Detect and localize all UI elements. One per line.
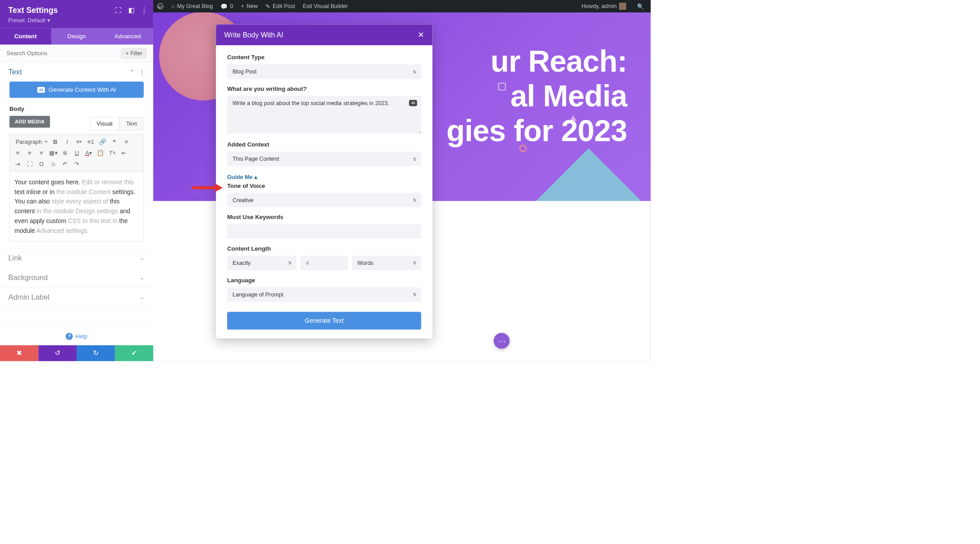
align-left-icon[interactable]: ≡ [121,137,131,147]
outdent-icon[interactable]: ⇤ [119,148,130,158]
generate-text-button[interactable]: Generate Text [227,312,421,330]
body-label: Body [9,106,143,112]
section-text-header[interactable]: Text ⌃⋮ [0,62,153,81]
fab-button[interactable]: ⋯ [494,333,510,349]
expand-icon[interactable]: ⛶ [115,7,122,14]
filter-button[interactable]: +Filter [121,48,147,58]
layout-icon[interactable]: ◧ [128,7,135,14]
settings-tabs: Content Design Advanced [0,28,153,45]
avatar [619,3,626,10]
undo-action-button[interactable]: ↺ [38,345,77,361]
chevron-down-icon: ⌄ [139,274,145,281]
section-more-icon[interactable]: ⋮ [139,69,145,75]
site-link[interactable]: ⌂My Great Blog [167,0,217,12]
chevron-down-icon: ⌄ [139,293,145,301]
search-icon[interactable]: 🔍 [633,0,648,12]
length-unit-select[interactable]: Words [352,256,421,270]
editor-toolbar: Paragraph B I ≡• ≡1 🔗 ❝ ≡ ≡ ≡ ≡ ▦▾ S U A… [9,134,143,172]
modal-title: Write Body With AI [224,31,283,39]
language-label: Language [227,277,421,284]
guide-me-toggle[interactable]: Guide Me▴ [227,174,257,180]
tab-design[interactable]: Design [51,28,102,45]
italic-icon[interactable]: I [62,137,72,147]
undo-icon[interactable]: ↶ [60,159,70,169]
strike-icon[interactable]: S [60,148,70,158]
hero-title: ur Reach: al Media gies for 2023 [446,45,627,149]
table-icon[interactable]: ▦▾ [48,148,58,158]
cancel-button[interactable]: ✖ [0,345,38,361]
paragraph-select[interactable]: Paragraph [13,137,49,146]
tab-content[interactable]: Content [0,28,51,45]
chevron-up-icon: ▴ [254,174,257,180]
redo-icon[interactable]: ↷ [72,159,82,169]
align-right-icon[interactable]: ≡ [24,148,35,158]
howdy-menu[interactable]: Howdy, admin [578,0,630,12]
redo-action-button[interactable]: ↻ [77,345,115,361]
ol-icon[interactable]: ≡1 [86,137,96,147]
align-center-icon[interactable]: ≡ [13,148,23,158]
fullscreen-icon[interactable]: ⛶ [24,159,35,169]
close-icon[interactable]: ✕ [418,30,425,40]
keywords-input[interactable] [227,224,421,239]
content-type-label: Content Type [227,54,421,61]
language-select[interactable]: Language of Prompt [227,287,421,302]
save-button[interactable]: ✔ [115,345,153,361]
special-char-icon[interactable]: Ω [37,159,47,169]
length-number-input[interactable] [301,256,348,270]
about-label: What are you writing about? [227,85,421,92]
chevron-up-icon: ⌃ [130,69,134,75]
body-editor[interactable]: Your content goes here. Edit or remove t… [9,172,143,242]
help-link[interactable]: ?Help [0,327,153,345]
editor-tab-text[interactable]: Text [119,117,144,130]
tone-select[interactable]: Creative [227,193,421,207]
content-type-select[interactable]: Blog Post [227,65,421,79]
settings-panel: Text Settings Preset: Default ▾ ⛶ ◧ ⋮ Co… [0,0,153,361]
paste-icon[interactable]: 📋 [95,148,106,158]
textcolor-icon[interactable]: A▾ [84,148,94,158]
editor-tab-visual[interactable]: Visual [90,117,119,130]
wp-admin-bar: ⌂My Great Blog 💬0 +New ✎Edit Post Exit V… [153,0,651,12]
exit-builder-link[interactable]: Exit Visual Builder [299,0,352,12]
length-label: Content Length [227,245,421,252]
context-select[interactable]: This Page Content [227,152,421,166]
preset-select[interactable]: Preset: Default ▾ [8,17,145,24]
align-justify-icon[interactable]: ≡ [37,148,47,158]
indent-icon[interactable]: ⇥ [13,159,23,169]
underline-icon[interactable]: U [72,148,82,158]
search-bar: +Filter [0,45,153,62]
ai-chip-icon[interactable]: AI [409,100,417,106]
about-textarea[interactable] [227,96,421,134]
keywords-label: Must Use Keywords [227,214,421,220]
emoji-icon[interactable]: ☺ [48,159,58,169]
new-link[interactable]: +New [237,0,261,12]
ul-icon[interactable]: ≡• [74,137,84,147]
bold-icon[interactable]: B [50,137,61,147]
ai-modal: Write Body With AI ✕ Content Type Blog P… [216,24,433,338]
panel-header: Text Settings Preset: Default ▾ ⛶ ◧ ⋮ [0,0,153,28]
clear-icon[interactable]: T× [107,148,118,158]
section-link-header[interactable]: Link⌄ [0,248,153,268]
link-icon[interactable]: 🔗 [98,137,108,147]
help-icon: ? [66,333,73,340]
context-label: Added Context [227,141,421,148]
search-input[interactable] [7,50,121,57]
section-admin-header[interactable]: Admin Label⌄ [0,288,153,307]
add-media-button[interactable]: ADD MEDIA [9,116,50,128]
wp-logo-icon[interactable] [153,0,167,12]
modal-header: Write Body With AI ✕ [216,24,433,45]
edit-post-link[interactable]: ✎Edit Post [261,0,299,12]
quote-icon[interactable]: ❝ [110,137,120,147]
generate-ai-button[interactable]: AI Generate Content With AI [9,81,143,98]
length-mode-select[interactable]: Exactly [227,256,296,270]
section-background-header[interactable]: Background⌄ [0,268,153,287]
comments-link[interactable]: 💬0 [217,0,237,12]
chevron-down-icon: ⌄ [139,254,145,262]
tab-advanced[interactable]: Advanced [102,28,153,45]
tone-label: Tone of Voice [227,183,421,189]
more-icon[interactable]: ⋮ [141,7,147,14]
ai-badge-icon: AI [37,87,45,93]
